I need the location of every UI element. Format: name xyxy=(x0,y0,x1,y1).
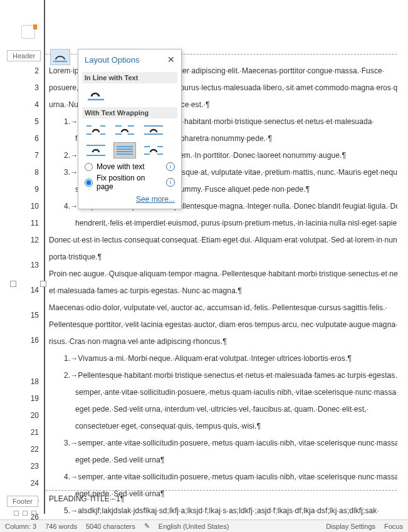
wrap-behind-icon[interactable] xyxy=(113,142,136,159)
move-with-text-option[interactable]: Move with text i xyxy=(85,162,175,171)
wrap-through-icon[interactable] xyxy=(142,122,165,138)
move-with-text-radio[interactable] xyxy=(85,163,93,171)
flyout-title: Layout Options xyxy=(85,55,139,65)
fix-position-option[interactable]: Fix position on page i xyxy=(85,174,175,191)
wrap-tight-icon[interactable] xyxy=(113,122,136,138)
wrap-section-label: With Text Wrapping xyxy=(82,107,177,118)
header-region-tab[interactable]: Header xyxy=(7,50,41,61)
status-column[interactable]: Column: 3 xyxy=(5,523,36,530)
inline-section-label: In Line with Text xyxy=(82,72,177,83)
status-focus[interactable]: Focus xyxy=(384,523,403,530)
status-spellcheck-icon[interactable]: ✎ xyxy=(144,522,150,530)
resize-handle[interactable] xyxy=(10,281,16,287)
bottom-ruler-markers xyxy=(14,511,39,516)
layout-options-trigger[interactable] xyxy=(50,49,70,65)
footer-region-tab[interactable]: Footer xyxy=(7,496,38,507)
status-lang[interactable]: English (United States) xyxy=(159,523,229,530)
see-more-link[interactable]: See more... xyxy=(85,195,175,204)
fix-position-label: Fix position on page xyxy=(97,174,150,191)
status-chars[interactable]: 5040 characters xyxy=(86,523,135,530)
wrap-topbottom-icon[interactable] xyxy=(85,142,107,159)
move-with-text-label: Move with text xyxy=(97,162,145,171)
layout-options-flyout: Layout Options ✕ In Line with Text With … xyxy=(78,49,182,209)
fix-position-radio[interactable] xyxy=(85,179,93,187)
wrap-square-icon[interactable] xyxy=(85,122,107,138)
wrap-inline-icon[interactable] xyxy=(85,87,107,103)
wrap-front-icon[interactable] xyxy=(142,142,165,159)
vertical-ruler-marker[interactable] xyxy=(21,25,35,39)
line-numbers: 2345678910111213141516181920212223242526… xyxy=(0,63,39,532)
status-bar: Column: 3 746 words 5040 characters ✎ En… xyxy=(0,519,408,532)
info-icon[interactable]: i xyxy=(166,178,175,187)
status-display-settings[interactable]: Display Settings xyxy=(326,523,375,530)
close-icon[interactable]: ✕ xyxy=(167,55,175,65)
status-words[interactable]: 746 words xyxy=(45,523,77,530)
info-icon[interactable]: i xyxy=(166,162,175,171)
resize-handle[interactable] xyxy=(40,281,46,287)
